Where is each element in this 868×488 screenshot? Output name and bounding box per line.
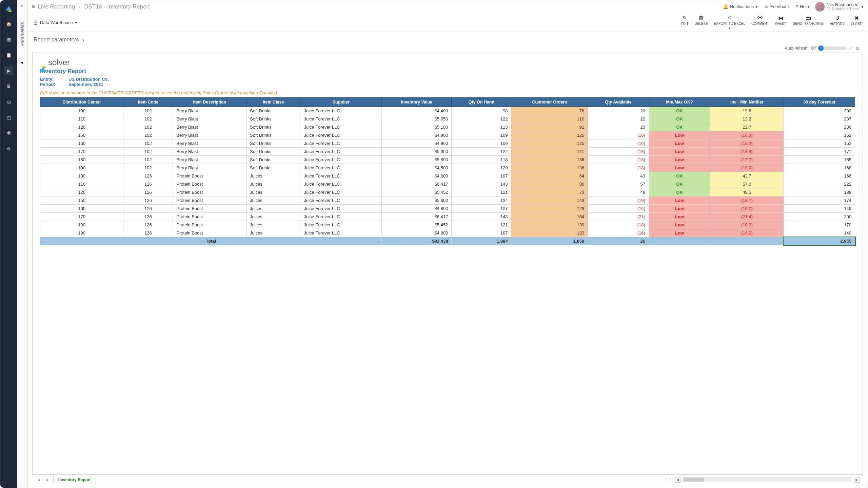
column-header[interactable]: Item Code (123, 98, 173, 107)
cell-customer-orders[interactable]: 73 (511, 188, 588, 196)
report-frame[interactable]: solver Inventory Report Entity: US Distr… (32, 53, 863, 475)
column-header[interactable]: Min/Max OK? (649, 98, 710, 107)
cell-customer-orders[interactable]: 136 (511, 156, 588, 164)
play-icon[interactable]: ▶ (4, 66, 13, 75)
cell-customer-orders[interactable]: 86 (511, 180, 588, 188)
brand-logo-icon[interactable] (4, 4, 13, 13)
export-button[interactable]: ⎘EXPORT TO EXCEL▾ (714, 15, 745, 30)
cell-customer-orders[interactable]: 123 (511, 205, 588, 213)
comment-label: COMMENT (751, 22, 769, 25)
auto-refresh-toggle[interactable] (819, 46, 846, 50)
cell-notifier: (18.4) (710, 148, 784, 156)
clipboard-icon[interactable]: 📋 (4, 51, 13, 59)
breadcrumb-root[interactable]: Live Reporting (38, 3, 75, 10)
sheet-tab-inventory[interactable]: Inventory Report (53, 476, 96, 484)
tools-icon[interactable]: 🛠 (4, 129, 13, 137)
delete-button[interactable]: 🗑DELETE (695, 15, 708, 30)
archive-icon: 🗃 (806, 15, 811, 21)
help-button[interactable]: ? Help (796, 4, 809, 9)
cell-customer-orders[interactable]: 125 (511, 139, 588, 148)
cell-customer-orders[interactable]: 125 (511, 131, 588, 139)
cell-code: 102 (123, 139, 173, 148)
breadcrumb-separator: › (77, 3, 83, 10)
settings-icon[interactable]: ⚙ (4, 144, 13, 153)
column-header[interactable]: Item Description (173, 98, 246, 107)
cell-notifier: 12.2 (710, 115, 784, 123)
column-header[interactable]: Item Class (246, 98, 300, 107)
cell-customer-orders[interactable]: 164 (511, 213, 588, 221)
column-header[interactable]: 30 day Forecast (784, 98, 855, 107)
cell-customer-orders[interactable]: 143 (511, 196, 588, 205)
cell-customer-orders[interactable]: 141 (511, 148, 588, 156)
cell-inv-value: $4,800 (382, 172, 452, 180)
workflow-icon[interactable]: ◫ (4, 113, 13, 122)
column-header[interactable]: Distribution Center (40, 98, 123, 107)
edit-button[interactable]: ✎EDIT (681, 15, 689, 30)
cell-desc: Protein Boost (173, 205, 246, 213)
feedback-button[interactable]: ☺ Feedback (764, 4, 789, 9)
cell-onhand: 124 (452, 196, 511, 205)
cell-customer-orders[interactable]: 78 (511, 107, 588, 115)
grid-icon[interactable]: ▦ (855, 45, 860, 51)
history-label: HISTORY (830, 22, 845, 26)
column-header[interactable]: Inv - Min Notifier (710, 98, 784, 107)
cell-onhand: 120 (452, 164, 511, 172)
tab-prev-icon[interactable]: ◄ (36, 477, 42, 482)
horizontal-scrollbar[interactable] (683, 477, 852, 482)
cell-supplier: Juice Forever LLC (300, 131, 382, 139)
column-header[interactable]: Supplier (300, 98, 382, 107)
cell-code: 126 (123, 188, 173, 196)
cell-customer-orders[interactable]: 110 (511, 115, 588, 123)
cell-customer-orders[interactable]: 138 (511, 164, 588, 172)
archive-button[interactable]: 🗃SEND TO ARCHIVE (793, 15, 824, 30)
cell-customer-orders[interactable]: 139 (511, 221, 588, 229)
parameters-label[interactable]: Parameters (20, 22, 25, 46)
cell-code: 102 (123, 115, 173, 123)
cell-class: Juices (246, 172, 300, 180)
cell-class: Soft Drinks (246, 148, 300, 156)
cell-dc: 150 (40, 196, 123, 205)
column-header[interactable]: Customer Orders (511, 98, 588, 107)
cell-minmax: Low (649, 229, 710, 237)
data-source-dropdown[interactable]: 🗄 Data Warehouse ▾ (33, 20, 77, 25)
cell-forecast: 287 (784, 115, 855, 123)
user-menu[interactable]: Nils Rasmussen 03. Distribution Demo ▾ (815, 2, 864, 12)
close-button[interactable]: ✖CLOSE (851, 15, 862, 30)
period-value: September, 2021 (68, 82, 103, 87)
scroll-left-button[interactable]: ◄ (675, 477, 680, 483)
cell-supplier: Juice Forever LLC (300, 172, 382, 180)
comment-button[interactable]: 👁COMMENT (751, 15, 769, 30)
cell-notifier: (16.0) (710, 205, 784, 213)
expand-panel-icon[interactable]: » (21, 3, 24, 8)
cell-customer-orders[interactable]: 91 (511, 123, 588, 131)
share-button[interactable]: ⧓SHARE (775, 15, 787, 30)
users-icon[interactable]: 🗂 (4, 97, 13, 106)
filter-icon[interactable]: ▼ (20, 60, 25, 65)
cell-supplier: Juice Forever LLC (300, 115, 382, 123)
column-header[interactable]: Qty Available (588, 98, 649, 107)
cell-customer-orders[interactable]: 64 (511, 172, 588, 180)
cell-forecast: 152 (784, 131, 855, 139)
tab-next-icon[interactable]: ► (44, 477, 51, 482)
history-button[interactable]: ↺HISTORY (830, 15, 845, 30)
tab-resize-handle[interactable]: ⋮⋮ (664, 477, 673, 482)
cell-onhand: 122 (452, 115, 511, 123)
total-row: Total$83,4381,8841,858262,955 (40, 237, 855, 245)
cell-onhand: 121 (452, 221, 511, 229)
expand-icon[interactable]: ⤢ (849, 45, 853, 51)
cell-onhand: 122 (452, 148, 511, 156)
cell-class: Juices (246, 229, 300, 237)
cell-class: Soft Drinks (246, 131, 300, 139)
menu-icon[interactable]: ≡ (32, 3, 35, 10)
cell-code: 126 (123, 172, 173, 180)
column-header[interactable]: Inventory Value (382, 98, 452, 107)
calculator-icon[interactable]: 🖩 (4, 82, 13, 91)
report-parameters-toggle[interactable]: Report parameters ▾ (27, 32, 868, 44)
column-header[interactable]: Qty On Hand (452, 98, 511, 107)
cell-customer-orders[interactable]: 123 (511, 229, 588, 237)
module-icon[interactable]: ▦ (4, 35, 13, 44)
notifications-menu[interactable]: 🔔 Notifications ▾ (723, 4, 758, 9)
home-icon[interactable]: 🏠 (4, 19, 13, 28)
scroll-right-button[interactable]: ► (854, 477, 860, 483)
cell-class: Juices (246, 180, 300, 188)
